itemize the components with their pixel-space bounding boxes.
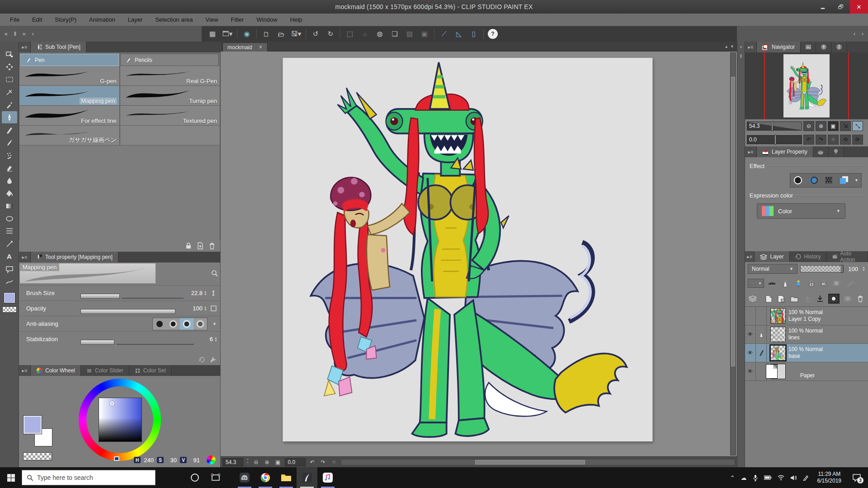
layer-row-layer1-copy[interactable]: 100 % Normal Layer 1 Copy (745, 307, 868, 325)
canvas-viewport[interactable] (221, 52, 737, 456)
ruler-range-icon[interactable] (846, 278, 856, 288)
opacity-slider[interactable] (80, 309, 184, 314)
expression-color-dropdown[interactable]: Color ▼ (757, 203, 845, 219)
brush-item-g-pen[interactable]: G-pen (19, 66, 120, 86)
taskbar-search[interactable]: Type here to search (22, 470, 156, 485)
enable-mask-icon[interactable] (833, 278, 843, 288)
clip-studio-logo-icon[interactable]: ◉ (241, 28, 252, 39)
transparent-swatch[interactable] (24, 453, 52, 460)
reset-rotation-icon[interactable]: ✳ (330, 459, 338, 465)
brush-tool[interactable] (2, 136, 17, 149)
opacity-dynamics-icon[interactable] (209, 305, 217, 313)
reselect-icon[interactable]: ◌ (359, 28, 370, 39)
palette-color-dropdown[interactable]: ▼ (748, 279, 764, 288)
navigator-thumbnail[interactable] (783, 54, 830, 117)
nav-fit-icon[interactable]: ▣ (828, 121, 839, 131)
nav-reset-icon[interactable]: ✳ (828, 135, 839, 145)
brush-size-value[interactable]: 22.8 (187, 290, 203, 296)
lock-icon[interactable] (185, 242, 192, 249)
sv-cursor[interactable] (110, 401, 114, 406)
aa-none-button[interactable] (153, 318, 166, 330)
expand-selection-icon[interactable]: ❏ (389, 28, 400, 39)
visibility-toggle[interactable]: 👁 (745, 344, 756, 362)
border-effect-icon[interactable] (790, 174, 806, 187)
tone-effect-icon[interactable] (806, 174, 821, 187)
light-bulb-tab[interactable] (829, 146, 844, 157)
ruler-tool[interactable] (2, 238, 17, 250)
network-icon[interactable] (778, 475, 784, 480)
menu-help[interactable]: Help (285, 14, 308, 25)
new-file-icon[interactable]: 🗋 (261, 28, 272, 39)
navigator-preview[interactable] (745, 52, 868, 119)
tab-color-set[interactable]: Color Set (129, 365, 172, 376)
item-bank-tab[interactable] (816, 42, 831, 52)
task-view-button[interactable] (205, 467, 226, 488)
foreground-color-swatch[interactable] (4, 293, 15, 303)
new-layer-folder-icon[interactable] (789, 294, 799, 304)
collapse-right-icon[interactable]: ‹ (854, 31, 855, 37)
brush-item-textured-pen[interactable]: Textured pen (120, 106, 221, 126)
tab-color-slider[interactable]: Color Slider (81, 365, 129, 376)
reference-layer-icon[interactable] (780, 278, 790, 288)
color-panel-menu-icon[interactable]: ▸≡ (19, 365, 31, 376)
snap-grid-icon[interactable]: ▯ (468, 28, 479, 39)
minimize-button[interactable]: 🗕 (814, 0, 832, 14)
clip-to-layer-below-icon[interactable] (767, 278, 777, 288)
vertical-scrollbar[interactable] (730, 52, 736, 455)
new-raster-layer-icon[interactable] (764, 294, 773, 304)
create-mask-icon[interactable] (828, 294, 840, 304)
layer-property-tab[interactable]: Layer Property (757, 146, 813, 157)
brush-item-mapping-pen[interactable]: Mapping pen (19, 86, 120, 106)
brush-item-turnip-pen[interactable]: Turnip pen (120, 86, 221, 106)
new-subtool-icon[interactable] (197, 242, 204, 249)
marquee-tool[interactable] (2, 73, 17, 85)
reset-settings-icon[interactable] (198, 356, 206, 363)
new-vector-layer-icon[interactable] (777, 294, 786, 304)
balloon-tool[interactable] (2, 263, 17, 275)
gradient-tool[interactable] (2, 200, 17, 212)
magnifier-icon[interactable] (211, 270, 218, 277)
tool-property-tab[interactable]: Tool property [Mapping pen] (31, 252, 118, 263)
cortana-button[interactable] (184, 467, 205, 488)
visibility-toggle[interactable]: 👁 (745, 325, 756, 343)
taskbar-clock[interactable]: 11:29 AM 6/15/2019 (815, 471, 844, 484)
menu-file[interactable]: File (5, 14, 25, 25)
collapse-left2-icon[interactable]: « (23, 31, 26, 37)
nav-zoom-in-icon[interactable]: ⊕ (816, 121, 826, 131)
layer-row-lines[interactable]: 👁 100 % Normal lines (745, 325, 868, 344)
menu-layer[interactable]: Layer (123, 14, 148, 25)
main-color-swatch[interactable] (24, 416, 42, 434)
hue-cursor[interactable] (114, 456, 119, 461)
fill-tool[interactable] (2, 187, 17, 199)
navigator-menu-icon[interactable]: ▸≡ (745, 42, 757, 52)
subtool-group-tab-pencils[interactable]: Pencils (120, 54, 219, 66)
brush-item-real-g-pen[interactable]: Real G-Pen (120, 66, 221, 86)
brush-item-gasagasa-pen[interactable]: ガサガサ線画ペン (19, 126, 120, 145)
menu-selection-area[interactable]: Selection area (150, 14, 198, 25)
rail-grip-icon[interactable]: ⦀ (740, 54, 742, 59)
nav-flip-horizontal-icon[interactable]: ⇲ (840, 121, 851, 131)
subtool-panel-menu-icon[interactable]: ▸≡ (19, 42, 31, 52)
tray-expand-icon[interactable]: ⌃ (730, 474, 735, 481)
tool-property-menu-icon[interactable]: ▸≡ (19, 252, 31, 263)
pencil-tool[interactable] (2, 124, 17, 136)
microphone-icon[interactable] (753, 474, 758, 481)
layer-row-paper[interactable]: 👁 Paper (745, 362, 868, 381)
layer-thumbnail[interactable] (770, 345, 786, 361)
layer-thumbnail[interactable] (770, 308, 786, 324)
snap-ruler-icon[interactable]: ⟋ (439, 28, 449, 39)
zoom-out-icon[interactable]: ⊖ (252, 459, 260, 465)
transparent-color-swatch[interactable] (3, 307, 16, 312)
aa-weak-button[interactable] (166, 318, 180, 330)
lock-layer-icon[interactable] (807, 278, 816, 288)
tab-color-wheel[interactable]: Color Wheel (31, 365, 81, 376)
menu-view[interactable]: View (200, 14, 224, 25)
start-button[interactable] (0, 467, 22, 488)
menu-window[interactable]: Window (251, 14, 283, 25)
explorer-taskbar-button[interactable] (276, 467, 297, 488)
subtool-panel-tab[interactable]: Sub Tool [Pen] (31, 42, 86, 52)
maximize-button[interactable]: 🗗 (832, 0, 850, 14)
merge-down-icon[interactable] (815, 294, 825, 304)
figure-tool[interactable] (2, 212, 17, 225)
pen-settings-icon[interactable] (803, 475, 809, 481)
